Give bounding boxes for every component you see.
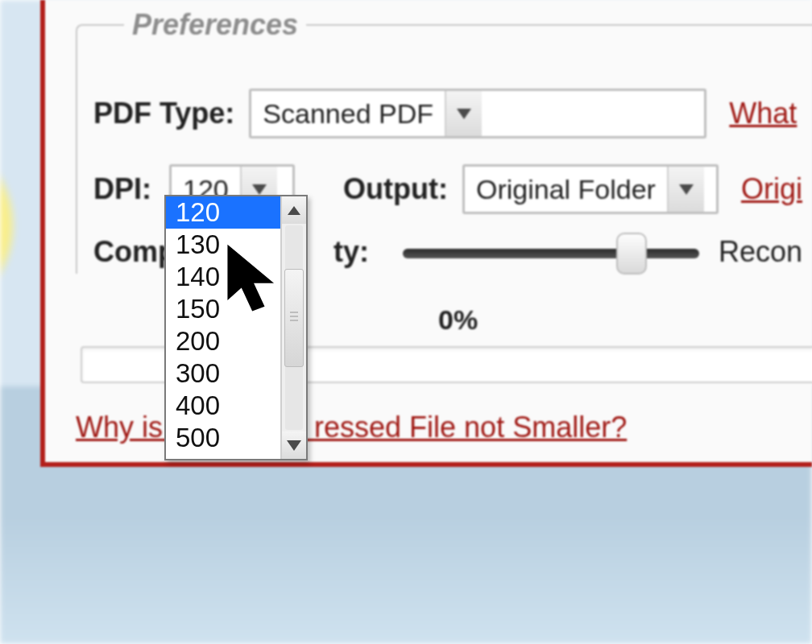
app-window: Preferences PDF Type: Scanned PDF What D… bbox=[40, 0, 812, 467]
scroll-down-button[interactable] bbox=[282, 431, 306, 459]
output-label: Output: bbox=[343, 172, 448, 206]
preferences-legend: Preferences bbox=[124, 8, 306, 42]
chevron-down-icon bbox=[287, 440, 301, 451]
chevron-down-icon bbox=[457, 109, 471, 119]
compression-label-left: Comp bbox=[93, 235, 176, 269]
dpi-dropdown-list[interactable]: 120130140150200300400500 bbox=[164, 195, 308, 460]
scrollbar-thumb[interactable] bbox=[284, 269, 304, 367]
recommended-label: Recon bbox=[719, 235, 802, 269]
chevron-down-icon bbox=[679, 184, 694, 195]
slider-track bbox=[403, 249, 699, 258]
what-link[interactable]: What bbox=[729, 97, 797, 130]
chevron-down-icon bbox=[252, 184, 267, 195]
output-value: Original Folder bbox=[465, 174, 667, 205]
svg-marker-0 bbox=[227, 245, 274, 312]
compression-slider[interactable] bbox=[403, 244, 699, 260]
output-select[interactable]: Original Folder bbox=[462, 164, 719, 214]
chevron-up-icon bbox=[288, 206, 300, 215]
slider-thumb[interactable] bbox=[616, 233, 647, 275]
pdf-type-select[interactable]: Scanned PDF bbox=[249, 89, 706, 138]
original-link[interactable]: Origi bbox=[741, 172, 802, 206]
mouse-cursor-icon bbox=[224, 242, 287, 319]
pdf-type-label: PDF Type: bbox=[93, 97, 234, 130]
why-link-left: Why is bbox=[76, 411, 163, 444]
output-dropdown-button[interactable] bbox=[667, 167, 704, 212]
progress-percent: 0% bbox=[438, 304, 478, 336]
pdf-type-value: Scanned PDF bbox=[251, 98, 445, 130]
compression-label-right: ty: bbox=[334, 235, 369, 269]
scroll-up-button[interactable] bbox=[282, 196, 306, 224]
dropdown-scrollbar[interactable] bbox=[280, 196, 306, 459]
dpi-label: DPI: bbox=[93, 172, 151, 206]
pdf-type-dropdown-button[interactable] bbox=[445, 91, 482, 136]
why-link-right: ressed File not Smaller? bbox=[314, 411, 627, 444]
why-smaller-link[interactable]: Why is ressed File not Smaller? bbox=[76, 411, 627, 444]
